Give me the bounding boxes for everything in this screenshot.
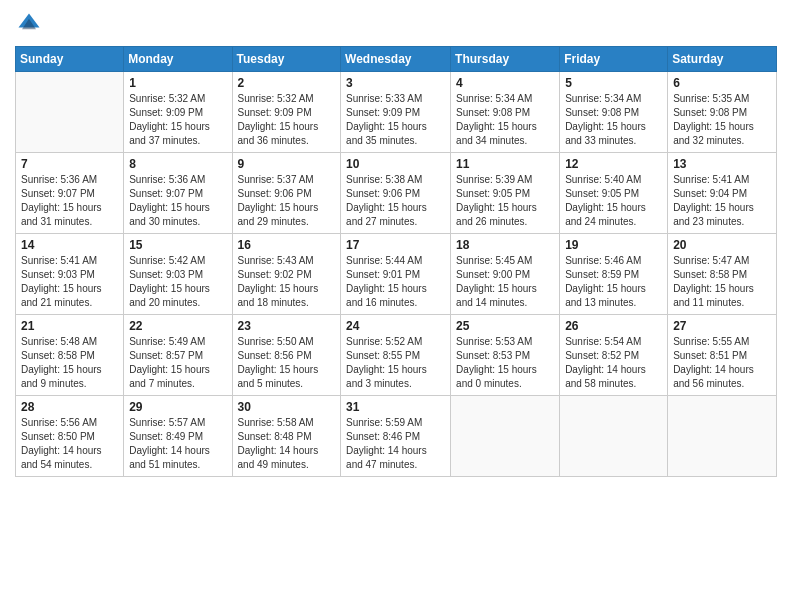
calendar-cell: 13Sunrise: 5:41 AM Sunset: 9:04 PM Dayli…	[668, 153, 777, 234]
day-info: Sunrise: 5:55 AM Sunset: 8:51 PM Dayligh…	[673, 335, 771, 391]
calendar-table: SundayMondayTuesdayWednesdayThursdayFrid…	[15, 46, 777, 477]
day-number: 11	[456, 157, 554, 171]
day-info: Sunrise: 5:35 AM Sunset: 9:08 PM Dayligh…	[673, 92, 771, 148]
calendar-cell	[668, 396, 777, 477]
calendar-cell: 8Sunrise: 5:36 AM Sunset: 9:07 PM Daylig…	[124, 153, 232, 234]
calendar-cell: 3Sunrise: 5:33 AM Sunset: 9:09 PM Daylig…	[341, 72, 451, 153]
day-number: 6	[673, 76, 771, 90]
calendar-cell: 10Sunrise: 5:38 AM Sunset: 9:06 PM Dayli…	[341, 153, 451, 234]
calendar-header-row: SundayMondayTuesdayWednesdayThursdayFrid…	[16, 47, 777, 72]
day-number: 16	[238, 238, 336, 252]
calendar-cell: 9Sunrise: 5:37 AM Sunset: 9:06 PM Daylig…	[232, 153, 341, 234]
day-number: 25	[456, 319, 554, 333]
day-number: 2	[238, 76, 336, 90]
calendar-cell: 1Sunrise: 5:32 AM Sunset: 9:09 PM Daylig…	[124, 72, 232, 153]
day-info: Sunrise: 5:36 AM Sunset: 9:07 PM Dayligh…	[129, 173, 226, 229]
day-number: 17	[346, 238, 445, 252]
calendar-cell: 14Sunrise: 5:41 AM Sunset: 9:03 PM Dayli…	[16, 234, 124, 315]
calendar-cell: 4Sunrise: 5:34 AM Sunset: 9:08 PM Daylig…	[451, 72, 560, 153]
calendar-cell	[560, 396, 668, 477]
day-info: Sunrise: 5:49 AM Sunset: 8:57 PM Dayligh…	[129, 335, 226, 391]
calendar-cell: 31Sunrise: 5:59 AM Sunset: 8:46 PM Dayli…	[341, 396, 451, 477]
day-number: 20	[673, 238, 771, 252]
day-info: Sunrise: 5:45 AM Sunset: 9:00 PM Dayligh…	[456, 254, 554, 310]
calendar-week-row: 21Sunrise: 5:48 AM Sunset: 8:58 PM Dayli…	[16, 315, 777, 396]
calendar-cell: 27Sunrise: 5:55 AM Sunset: 8:51 PM Dayli…	[668, 315, 777, 396]
day-number: 15	[129, 238, 226, 252]
weekday-header: Monday	[124, 47, 232, 72]
day-number: 13	[673, 157, 771, 171]
calendar-cell	[16, 72, 124, 153]
day-number: 10	[346, 157, 445, 171]
calendar-week-row: 1Sunrise: 5:32 AM Sunset: 9:09 PM Daylig…	[16, 72, 777, 153]
weekday-header: Saturday	[668, 47, 777, 72]
day-info: Sunrise: 5:38 AM Sunset: 9:06 PM Dayligh…	[346, 173, 445, 229]
calendar-cell: 29Sunrise: 5:57 AM Sunset: 8:49 PM Dayli…	[124, 396, 232, 477]
day-info: Sunrise: 5:50 AM Sunset: 8:56 PM Dayligh…	[238, 335, 336, 391]
day-number: 3	[346, 76, 445, 90]
day-info: Sunrise: 5:54 AM Sunset: 8:52 PM Dayligh…	[565, 335, 662, 391]
day-number: 8	[129, 157, 226, 171]
calendar-cell: 12Sunrise: 5:40 AM Sunset: 9:05 PM Dayli…	[560, 153, 668, 234]
header	[15, 10, 777, 38]
day-info: Sunrise: 5:39 AM Sunset: 9:05 PM Dayligh…	[456, 173, 554, 229]
weekday-header: Thursday	[451, 47, 560, 72]
calendar-cell: 18Sunrise: 5:45 AM Sunset: 9:00 PM Dayli…	[451, 234, 560, 315]
day-info: Sunrise: 5:34 AM Sunset: 9:08 PM Dayligh…	[456, 92, 554, 148]
day-number: 31	[346, 400, 445, 414]
weekday-header: Sunday	[16, 47, 124, 72]
day-info: Sunrise: 5:53 AM Sunset: 8:53 PM Dayligh…	[456, 335, 554, 391]
day-number: 26	[565, 319, 662, 333]
day-info: Sunrise: 5:44 AM Sunset: 9:01 PM Dayligh…	[346, 254, 445, 310]
day-number: 27	[673, 319, 771, 333]
calendar-cell	[451, 396, 560, 477]
calendar-cell: 6Sunrise: 5:35 AM Sunset: 9:08 PM Daylig…	[668, 72, 777, 153]
calendar-cell: 24Sunrise: 5:52 AM Sunset: 8:55 PM Dayli…	[341, 315, 451, 396]
day-info: Sunrise: 5:36 AM Sunset: 9:07 PM Dayligh…	[21, 173, 118, 229]
day-number: 24	[346, 319, 445, 333]
day-info: Sunrise: 5:56 AM Sunset: 8:50 PM Dayligh…	[21, 416, 118, 472]
day-number: 29	[129, 400, 226, 414]
calendar-cell: 30Sunrise: 5:58 AM Sunset: 8:48 PM Dayli…	[232, 396, 341, 477]
calendar-week-row: 14Sunrise: 5:41 AM Sunset: 9:03 PM Dayli…	[16, 234, 777, 315]
calendar-cell: 5Sunrise: 5:34 AM Sunset: 9:08 PM Daylig…	[560, 72, 668, 153]
calendar-cell: 2Sunrise: 5:32 AM Sunset: 9:09 PM Daylig…	[232, 72, 341, 153]
day-number: 18	[456, 238, 554, 252]
day-info: Sunrise: 5:46 AM Sunset: 8:59 PM Dayligh…	[565, 254, 662, 310]
calendar-cell: 26Sunrise: 5:54 AM Sunset: 8:52 PM Dayli…	[560, 315, 668, 396]
day-info: Sunrise: 5:58 AM Sunset: 8:48 PM Dayligh…	[238, 416, 336, 472]
calendar-cell: 15Sunrise: 5:42 AM Sunset: 9:03 PM Dayli…	[124, 234, 232, 315]
day-info: Sunrise: 5:59 AM Sunset: 8:46 PM Dayligh…	[346, 416, 445, 472]
day-number: 21	[21, 319, 118, 333]
day-number: 19	[565, 238, 662, 252]
day-info: Sunrise: 5:32 AM Sunset: 9:09 PM Dayligh…	[129, 92, 226, 148]
weekday-header: Tuesday	[232, 47, 341, 72]
day-number: 22	[129, 319, 226, 333]
day-number: 23	[238, 319, 336, 333]
day-info: Sunrise: 5:47 AM Sunset: 8:58 PM Dayligh…	[673, 254, 771, 310]
day-number: 14	[21, 238, 118, 252]
day-info: Sunrise: 5:37 AM Sunset: 9:06 PM Dayligh…	[238, 173, 336, 229]
day-number: 28	[21, 400, 118, 414]
day-info: Sunrise: 5:33 AM Sunset: 9:09 PM Dayligh…	[346, 92, 445, 148]
day-number: 4	[456, 76, 554, 90]
day-number: 1	[129, 76, 226, 90]
logo	[15, 10, 47, 38]
day-info: Sunrise: 5:52 AM Sunset: 8:55 PM Dayligh…	[346, 335, 445, 391]
logo-icon	[15, 10, 43, 38]
day-info: Sunrise: 5:32 AM Sunset: 9:09 PM Dayligh…	[238, 92, 336, 148]
calendar-cell: 22Sunrise: 5:49 AM Sunset: 8:57 PM Dayli…	[124, 315, 232, 396]
calendar-cell: 23Sunrise: 5:50 AM Sunset: 8:56 PM Dayli…	[232, 315, 341, 396]
calendar-cell: 7Sunrise: 5:36 AM Sunset: 9:07 PM Daylig…	[16, 153, 124, 234]
day-info: Sunrise: 5:42 AM Sunset: 9:03 PM Dayligh…	[129, 254, 226, 310]
calendar-cell: 20Sunrise: 5:47 AM Sunset: 8:58 PM Dayli…	[668, 234, 777, 315]
calendar-cell: 19Sunrise: 5:46 AM Sunset: 8:59 PM Dayli…	[560, 234, 668, 315]
day-info: Sunrise: 5:43 AM Sunset: 9:02 PM Dayligh…	[238, 254, 336, 310]
calendar-week-row: 7Sunrise: 5:36 AM Sunset: 9:07 PM Daylig…	[16, 153, 777, 234]
calendar-cell: 28Sunrise: 5:56 AM Sunset: 8:50 PM Dayli…	[16, 396, 124, 477]
day-info: Sunrise: 5:57 AM Sunset: 8:49 PM Dayligh…	[129, 416, 226, 472]
day-info: Sunrise: 5:40 AM Sunset: 9:05 PM Dayligh…	[565, 173, 662, 229]
day-number: 12	[565, 157, 662, 171]
calendar-cell: 25Sunrise: 5:53 AM Sunset: 8:53 PM Dayli…	[451, 315, 560, 396]
weekday-header: Wednesday	[341, 47, 451, 72]
